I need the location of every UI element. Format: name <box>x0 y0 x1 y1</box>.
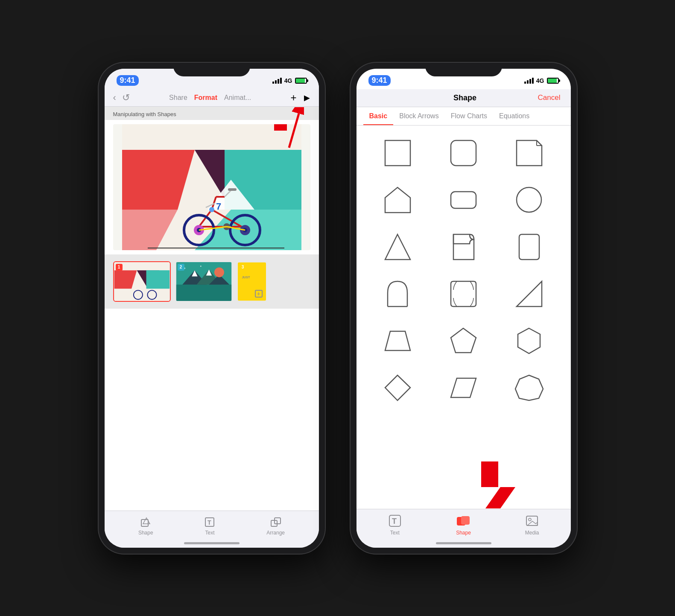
media-tab-icon <box>525 514 539 528</box>
home-indicator-left <box>184 542 240 544</box>
shape-cell-plaque[interactable] <box>431 271 497 318</box>
phone-left: 9:41 4G ‹ ↺ Share <box>99 63 325 554</box>
phone-notch-right <box>425 63 502 76</box>
bottom-item-text[interactable]: T Text <box>204 516 216 536</box>
shape-cell-hexagon[interactable] <box>497 318 562 365</box>
shape-cell-trapezoid[interactable] <box>365 318 431 365</box>
svg-line-1 <box>289 114 299 148</box>
svg-rect-55 <box>385 140 410 166</box>
svg-rect-56 <box>451 140 476 166</box>
phone-screen-right: 9:41 4G Shape Cancel Basic <box>356 69 571 548</box>
shape-trapezoid-icon <box>382 325 414 357</box>
shape-cell-house[interactable] <box>365 177 431 224</box>
svg-point-79 <box>529 518 531 521</box>
network-label-left: 4G <box>284 77 292 84</box>
tab-item-text[interactable]: T Text <box>378 514 412 536</box>
shape-cell-parallelogram[interactable] <box>431 365 497 412</box>
svg-rect-38 <box>176 284 231 301</box>
svg-marker-57 <box>517 140 542 166</box>
shape-cell-right-triangle[interactable] <box>497 271 562 318</box>
shape-cell-document[interactable] <box>431 224 497 271</box>
status-icons-right: 4G <box>524 77 559 84</box>
play-button[interactable]: ▶ <box>304 93 310 102</box>
plus-arrow-annotation <box>259 124 298 131</box>
shape-right-triangle-icon <box>513 278 545 310</box>
shape-cell-arch[interactable] <box>365 271 431 318</box>
shape-cell-circle[interactable] <box>497 177 562 224</box>
nav-tab-share[interactable]: Share <box>169 94 187 102</box>
svg-point-44 <box>214 267 224 277</box>
phone-screen-left: 9:41 4G ‹ ↺ Share <box>105 69 319 548</box>
add-button[interactable]: + <box>290 92 296 104</box>
shape-cell-square[interactable] <box>365 130 431 177</box>
shape-panel-title: Shape <box>453 93 476 102</box>
shape-cell-folded-corner[interactable] <box>497 130 562 177</box>
tab-label-text: Text <box>390 530 400 536</box>
thumbnail-3[interactable]: 3 JUST + <box>237 261 267 302</box>
svg-marker-66 <box>517 281 542 307</box>
shape-cell-heptagon[interactable] <box>497 365 562 412</box>
shape-nav-bar: Shape Cancel <box>356 89 571 107</box>
svg-rect-64 <box>519 234 539 260</box>
svg-text:JUST: JUST <box>242 275 250 279</box>
undo-button[interactable]: ↺ <box>122 92 130 103</box>
shape-cell-triangle[interactable] <box>365 224 431 271</box>
svg-rect-34 <box>146 270 169 289</box>
svg-marker-80 <box>527 521 538 525</box>
bottom-label-shape: Shape <box>138 530 153 536</box>
svg-marker-68 <box>451 328 476 353</box>
back-button[interactable]: ‹ <box>113 92 116 103</box>
category-tabs: Basic Block Arrows Flow Charts Equations <box>356 107 571 126</box>
battery-fill-left <box>296 79 305 83</box>
shape-house-icon <box>382 184 414 216</box>
cat-tab-block-arrows[interactable]: Block Arrows <box>393 112 444 125</box>
network-label-right: 4G <box>536 77 544 84</box>
cat-tab-basic[interactable]: Basic <box>363 112 394 125</box>
text-icon-bottom: T <box>204 516 216 528</box>
nav-left-group: ‹ ↺ <box>113 92 130 103</box>
svg-marker-67 <box>385 331 410 350</box>
tab-label-media: Media <box>525 530 539 536</box>
svg-point-46 <box>200 266 201 267</box>
svg-rect-77 <box>461 516 470 525</box>
svg-marker-2 <box>263 124 298 131</box>
nav-tab-animate[interactable]: Animat... <box>224 94 251 102</box>
shape-cell-rect-rounded-tall[interactable] <box>497 224 562 271</box>
thumbnail-1[interactable]: 1 <box>113 261 171 302</box>
svg-marker-72 <box>515 375 543 400</box>
cancel-button[interactable]: Cancel <box>538 93 561 102</box>
bottom-item-arrange[interactable]: Arrange <box>266 516 285 536</box>
shape-hexagon-icon <box>513 325 545 357</box>
shape-parallelogram-icon <box>447 372 479 404</box>
cat-tab-equations[interactable]: Equations <box>493 112 535 125</box>
status-time-left: 9:41 <box>117 75 139 86</box>
shape-triangle-icon <box>382 231 414 263</box>
shape-cell-rounded-rect[interactable] <box>431 177 497 224</box>
shape-rounded-square-icon <box>447 137 479 169</box>
shape-cell-pentagon[interactable] <box>431 318 497 365</box>
battery-left <box>295 78 307 84</box>
battery-fill-right <box>548 79 557 83</box>
tab-item-media[interactable]: Media <box>515 514 549 536</box>
shape-heptagon-icon <box>513 372 545 404</box>
thumb-number-1: 1 <box>116 264 123 271</box>
thumbnail-2[interactable]: 2 <box>175 261 233 302</box>
shape-icon <box>140 516 152 528</box>
cat-tab-flow-charts[interactable]: Flow Charts <box>445 112 493 125</box>
shape-folded-icon <box>513 137 545 169</box>
shape-cell-diamond[interactable] <box>365 365 431 412</box>
bottom-item-shape[interactable]: Shape <box>138 516 153 536</box>
bottom-label-arrange: Arrange <box>266 530 285 536</box>
shape-rounded-rect-icon <box>447 184 479 216</box>
shape-plaque-icon <box>447 278 479 310</box>
svg-text:T: T <box>392 517 397 525</box>
tab-label-shape: Shape <box>456 530 471 536</box>
svg-marker-70 <box>385 375 410 400</box>
shape-cell-rounded-square[interactable] <box>431 130 497 177</box>
nav-tabs: Share Format Animat... <box>169 94 251 102</box>
svg-text:7: 7 <box>216 201 221 212</box>
nav-tab-format[interactable]: Format <box>194 94 217 102</box>
shape-tab-icon <box>456 514 470 528</box>
tab-item-shape[interactable]: Shape <box>446 514 480 536</box>
svg-point-62 <box>517 187 541 212</box>
